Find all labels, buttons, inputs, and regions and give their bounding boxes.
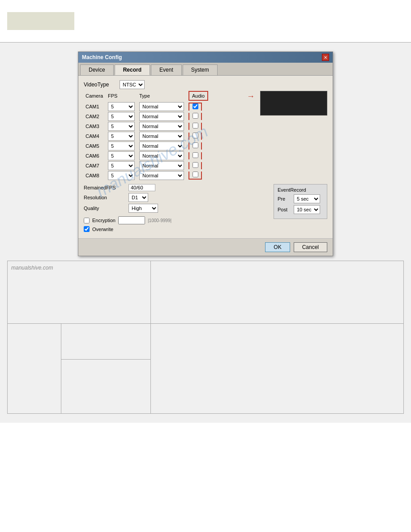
cam-name-cam6: CAM6 [86,153,108,159]
cam-name-cam3: CAM3 [86,124,108,129]
audio-highlight-box: Audio [188,91,208,101]
tab-record[interactable]: Record [115,64,150,75]
resolution-select[interactable]: D1 CIF [128,193,148,202]
overwrite-checkbox[interactable] [84,226,90,232]
col-header-camera: Camera [86,93,108,99]
fps-select-cam3[interactable]: 5101530 [108,122,135,131]
post-select[interactable]: 5 sec 10 sec 15 sec [294,205,320,214]
type-select-cam7[interactable]: NormalEventNo Record [139,161,184,170]
ok-button[interactable]: OK [265,242,290,252]
video-type-row: VideoType NTSC PAL [84,80,327,89]
type-select-cam2[interactable]: NormalEventNo Record [139,112,184,121]
bottom-cell-right [151,261,403,323]
dialog-body: VideoType NTSC PAL Camera FPS Type [78,76,333,238]
bottom-cell-left: manualshive.com [8,261,151,323]
camera-row-cam7: CAM75101530NormalEventNo Record [84,161,243,171]
cam-name-cam2: CAM2 [86,114,108,119]
resolution-row: Resolution D1 CIF [84,193,266,202]
audio-preview-box [260,91,327,116]
resolution-label: Resolution [84,195,128,200]
dialog-title: Machine Config [82,54,122,60]
post-label: Post [278,207,291,212]
fps-select-cam8[interactable]: 5101530 [108,171,135,180]
dialog-close-button[interactable]: ✕ [322,54,329,61]
quality-select[interactable]: High Medium Low [128,204,158,213]
fps-select-cam6[interactable]: 5101530 [108,151,135,160]
bottom-left-section: RemainedFPS 40/60 Resolution D1 CIF Qual… [84,184,266,234]
col-header-type: Type [139,93,188,99]
cam-name-cam1: CAM1 [86,104,108,109]
encryption-input[interactable] [118,216,145,224]
camera-row-cam3: CAM35101530NormalEventNo Record [84,121,243,131]
overwrite-row: Overwrite [84,226,266,232]
dialog-bottom-section: RemainedFPS 40/60 Resolution D1 CIF Qual… [84,184,327,234]
event-record-title: EventRecord [278,187,323,193]
tab-system[interactable]: System [183,64,218,75]
encryption-row: Encryption |1000-9999| [84,216,266,224]
audio-checkbox-cam8[interactable] [193,172,198,177]
dialog-tabs: Device Record Event System [78,63,333,76]
cam-name-cam8: CAM8 [86,173,108,178]
dialog-titlebar: Machine Config ✕ [78,52,333,63]
type-select-cam1[interactable]: NormalEventNo Record [139,102,184,111]
encryption-hint: |1000-9999| [148,218,171,223]
fps-select-cam2[interactable]: 5101530 [108,112,135,121]
overwrite-label: Overwrite [92,227,113,232]
video-type-label: VideoType [84,82,120,88]
col-header-fps: FPS [108,93,139,99]
quality-label: Quality [84,206,128,211]
audio-checkbox-cam7[interactable] [193,162,198,168]
tab-device[interactable]: Device [80,64,114,75]
type-select-cam6[interactable]: NormalEventNo Record [139,151,184,160]
audio-checkbox-cam1[interactable] [193,103,198,109]
cam-name-cam5: CAM5 [86,143,108,149]
pre-event-row: Pre 5 sec 10 sec 15 sec [278,194,323,203]
audio-checkbox-cam6[interactable] [193,152,198,158]
bottom-col1 [8,324,61,413]
fps-select-cam4[interactable]: 5101530 [108,132,135,141]
camera-row-cam2: CAM25101530NormalEventNo Record [84,112,243,121]
audio-checkbox-cam3[interactable] [193,123,198,129]
machine-config-dialog: Machine Config ✕ Device Record Event Sys… [78,51,333,256]
bottom-col2 [61,324,151,413]
camera-row-cam5: CAM55101530NormalEventNo Record [84,141,243,151]
camera-rows: CAM15101530NormalEventNo RecordCAM251015… [84,102,243,180]
audio-arrow: → [247,92,255,101]
audio-checkbox-cam5[interactable] [193,142,198,148]
bottom-col3 [151,324,403,413]
audio-checkbox-cam2[interactable] [193,113,198,119]
camera-row-cam6: CAM65101530NormalEventNo Record [84,151,243,161]
fps-select-cam5[interactable]: 5101530 [108,142,135,150]
cancel-button[interactable]: Cancel [294,242,327,252]
cam-name-cam7: CAM7 [86,163,108,168]
top-label [7,12,74,30]
type-select-cam3[interactable]: NormalEventNo Record [139,122,184,131]
remained-fps-label: RemainedFPS [84,185,128,190]
type-select-cam4[interactable]: NormalEventNo Record [139,132,184,141]
type-select-cam5[interactable]: NormalEventNo Record [139,142,184,150]
remained-fps-row: RemainedFPS 40/60 [84,184,266,191]
quality-row: Quality High Medium Low [84,204,266,213]
remained-fps-value: 40/60 [128,184,155,191]
bottom-col2-bottom [61,360,150,413]
video-type-select[interactable]: NTSC PAL [120,80,145,89]
bottom-row1: manualshive.com [8,261,403,324]
camera-row-cam1: CAM15101530NormalEventNo Record [84,102,243,112]
encryption-checkbox[interactable] [84,218,90,223]
pre-label: Pre [278,196,291,202]
event-record-section: EventRecord Pre 5 sec 10 sec 15 sec Post [274,184,327,219]
tab-event[interactable]: Event [151,64,182,75]
dialog-footer: OK Cancel [78,238,333,256]
fps-select-cam1[interactable]: 5101530 [108,102,135,111]
camera-row-cam8: CAM85101530NormalEventNo Record [84,171,243,180]
post-event-row: Post 5 sec 10 sec 15 sec [278,205,323,214]
bottom-col2-top [61,324,150,360]
fps-select-cam7[interactable]: 5101530 [108,161,135,170]
camera-row-cam4: CAM45101530NormalEventNo Record [84,131,243,141]
top-bar [0,0,411,43]
bottom-row2 [8,324,403,413]
encryption-label: Encryption [92,218,116,223]
audio-checkbox-cam4[interactable] [193,133,198,138]
pre-select[interactable]: 5 sec 10 sec 15 sec [294,194,320,203]
type-select-cam8[interactable]: NormalEventNo Record [139,171,184,180]
